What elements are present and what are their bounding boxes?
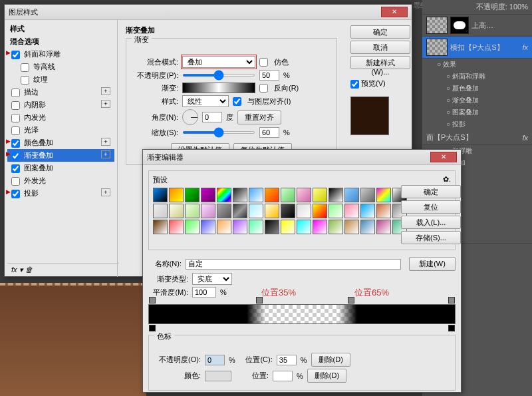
titlebar[interactable]: 渐变编辑器 ✕ — [143, 150, 461, 165]
plus-icon[interactable]: + — [101, 150, 110, 158]
name-input[interactable] — [186, 259, 401, 270]
preset-swatch[interactable] — [265, 220, 279, 234]
angle-input[interactable] — [202, 112, 222, 122]
opacity-slider[interactable] — [182, 74, 255, 77]
preset-swatch[interactable] — [329, 204, 343, 218]
preset-swatch[interactable] — [153, 204, 168, 218]
blend-header[interactable]: 混合选项 — [7, 35, 114, 48]
reset-align-button[interactable]: 重置对齐 — [237, 110, 281, 124]
preset-swatch[interactable] — [313, 220, 327, 234]
style-item-3[interactable]: 描边+ — [7, 86, 114, 99]
style-item-10[interactable]: 外发光 — [7, 174, 114, 187]
preset-swatch[interactable] — [281, 188, 295, 202]
preset-swatch[interactable] — [153, 188, 168, 202]
new-button[interactable]: 新建(W) — [409, 257, 456, 271]
preset-swatch[interactable] — [265, 204, 279, 218]
style-item-9[interactable]: 图案叠加 — [7, 162, 114, 174]
style-item-0[interactable]: ▶ 斜面和浮雕 — [7, 48, 114, 61]
gradient-bar[interactable] — [148, 304, 456, 324]
preset-swatch[interactable] — [201, 188, 215, 202]
reset-button[interactable]: 复位 — [401, 200, 461, 214]
preset-swatch[interactable] — [297, 220, 311, 234]
preset-swatch[interactable] — [376, 188, 391, 202]
color-stop[interactable] — [149, 325, 156, 331]
location-input[interactable] — [277, 355, 297, 365]
preset-swatch[interactable] — [360, 204, 375, 218]
style-item-1[interactable]: 等高线 — [7, 61, 114, 73]
preset-swatch[interactable] — [376, 204, 391, 218]
style-item-8[interactable]: ▶ 渐变叠加+ — [7, 149, 114, 162]
close-icon[interactable]: ✕ — [381, 7, 408, 17]
stop-opacity-input[interactable] — [205, 355, 225, 365]
smooth-input[interactable] — [192, 287, 216, 297]
opacity-stop[interactable] — [149, 297, 156, 303]
preset-swatch[interactable] — [360, 220, 375, 234]
preset-swatch[interactable] — [297, 204, 311, 218]
plus-icon[interactable]: + — [101, 100, 110, 108]
preset-swatch[interactable] — [376, 220, 391, 234]
load-button[interactable]: 载入(L)... — [401, 216, 461, 229]
preset-swatch[interactable] — [281, 220, 295, 234]
style-item-2[interactable]: 纹理 — [7, 73, 114, 86]
delete-button-2[interactable]: 删除(D) — [307, 369, 346, 383]
color-stop[interactable] — [448, 325, 455, 331]
preset-swatch[interactable] — [281, 204, 295, 218]
preset-swatch[interactable] — [201, 204, 215, 218]
fx-item[interactable]: 图案叠加 — [422, 106, 532, 118]
style-item-7[interactable]: ▶ 颜色叠加+ — [7, 136, 114, 149]
preset-swatch[interactable] — [344, 220, 359, 234]
preset-swatch[interactable] — [169, 220, 184, 234]
delete-button[interactable]: 删除(D) — [311, 353, 350, 367]
preset-swatch[interactable] — [329, 188, 343, 202]
preset-swatch[interactable] — [360, 188, 375, 202]
preset-swatch[interactable] — [201, 220, 215, 234]
titlebar[interactable]: 图层样式 ✕ — [5, 5, 412, 20]
gradient-preview[interactable] — [182, 83, 255, 93]
fx-item[interactable]: 斜面和浮雕 — [422, 71, 532, 83]
scale-input[interactable] — [259, 127, 279, 138]
style-item-4[interactable]: 内阴影+ — [7, 99, 114, 111]
plus-icon[interactable]: + — [101, 188, 110, 196]
layer-row-1[interactable]: 上高… — [422, 15, 532, 37]
fx-item[interactable]: 投影 — [422, 118, 532, 130]
preview-checkbox[interactable] — [350, 80, 359, 89]
opacity-stop[interactable] — [256, 297, 263, 303]
style-select[interactable]: 线性 — [182, 95, 229, 107]
preset-swatch[interactable] — [185, 220, 200, 234]
ok-button[interactable]: 确定 — [401, 185, 461, 198]
save-button[interactable]: 存储(S)... — [401, 231, 461, 244]
preset-swatch[interactable] — [313, 188, 327, 202]
preset-swatch[interactable] — [169, 188, 184, 202]
ok-button[interactable]: 确定 — [350, 25, 410, 39]
preset-swatch[interactable] — [233, 220, 247, 234]
fx-header[interactable]: 效果 — [422, 59, 532, 71]
preset-swatch[interactable] — [185, 188, 200, 202]
preset-swatch[interactable] — [344, 204, 359, 218]
preset-swatch[interactable] — [185, 204, 200, 218]
cancel-button[interactable]: 取消 — [350, 41, 410, 54]
style-item-5[interactable]: 内发光 — [7, 111, 114, 124]
new-style-button[interactable]: 新建样式(W)... — [350, 56, 410, 69]
preset-swatch[interactable] — [169, 204, 184, 218]
preset-swatch[interactable] — [233, 188, 247, 202]
style-item-11[interactable]: ▶ 投影+ — [7, 187, 114, 200]
reverse-checkbox[interactable] — [259, 84, 268, 93]
preset-swatch[interactable] — [313, 204, 327, 218]
preset-swatch[interactable] — [249, 188, 263, 202]
opacity-input[interactable] — [259, 70, 279, 81]
preset-swatch[interactable] — [297, 188, 311, 202]
preset-swatch[interactable] — [249, 220, 263, 234]
dither-checkbox[interactable] — [259, 58, 268, 67]
preset-swatch[interactable] — [217, 188, 231, 202]
style-item-6[interactable]: 光泽 — [7, 124, 114, 136]
color-swatch[interactable] — [205, 371, 231, 381]
preset-swatch[interactable] — [233, 204, 247, 218]
preset-swatch[interactable] — [217, 204, 231, 218]
preset-swatch[interactable] — [344, 188, 359, 202]
gear-icon[interactable]: ✿. — [443, 175, 451, 184]
fx-item[interactable]: 渐变叠加 — [422, 95, 532, 106]
preset-swatch[interactable] — [217, 220, 231, 234]
close-icon[interactable]: ✕ — [430, 152, 457, 162]
type-select[interactable]: 实底 — [192, 273, 232, 285]
preset-swatch[interactable] — [329, 220, 343, 234]
